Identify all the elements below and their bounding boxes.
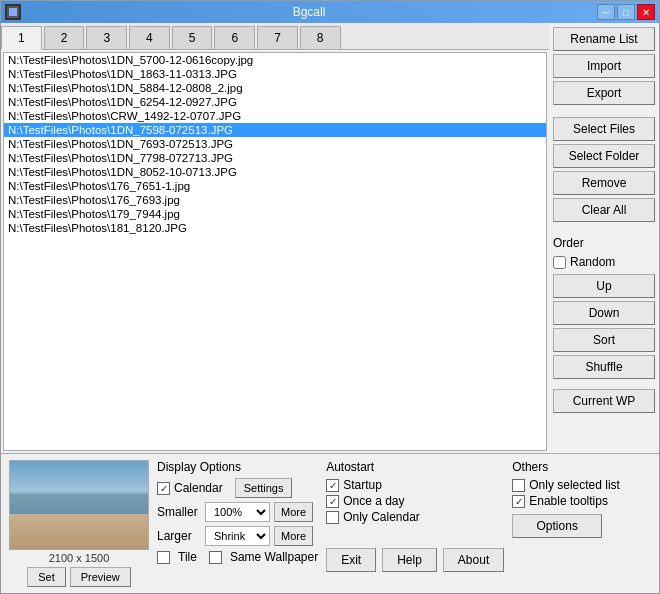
import-button[interactable]: Import — [553, 54, 655, 78]
tab-bar: 1 2 3 4 5 6 7 8 — [1, 23, 549, 50]
remove-button[interactable]: Remove — [553, 171, 655, 195]
tile-checkbox[interactable] — [157, 551, 170, 564]
down-button[interactable]: Down — [553, 301, 655, 325]
maximize-button[interactable]: □ — [617, 4, 635, 20]
file-item[interactable]: N:\TestFiles\Photos\181_8120.JPG — [4, 221, 546, 235]
display-options-title: Display Options — [157, 460, 318, 474]
only-calendar-row: Only Calendar — [326, 510, 504, 524]
only-selected-label: Only selected list — [529, 478, 620, 492]
tab-5[interactable]: 5 — [172, 26, 213, 49]
export-button[interactable]: Export — [553, 81, 655, 105]
only-calendar-checkbox[interactable] — [326, 511, 339, 524]
others-panel: Others Only selected list Enable tooltip… — [512, 460, 642, 538]
thumbnail-size: 2100 x 1500 — [49, 552, 110, 564]
smaller-more-button[interactable]: More — [274, 502, 313, 522]
tab-1[interactable]: 1 — [1, 26, 42, 50]
once-a-day-label: Once a day — [343, 494, 404, 508]
preview-button[interactable]: Preview — [70, 567, 131, 587]
app-icon — [5, 4, 21, 20]
options-button[interactable]: Options — [512, 514, 602, 538]
larger-label: Larger — [157, 529, 201, 543]
bottom-panel: 2100 x 1500 Set Preview Display Options … — [1, 453, 659, 593]
file-item[interactable]: N:\TestFiles\Photos\1DN_5884-12-0808_2.j… — [4, 81, 546, 95]
autostart-title: Autostart — [326, 460, 504, 474]
title-bar: Bgcall ─ □ ✕ — [1, 1, 659, 23]
same-wallpaper-label: Same Wallpaper — [230, 550, 318, 564]
file-item[interactable]: N:\TestFiles\Photos\CRW_1492-12-0707.JPG — [4, 109, 546, 123]
larger-select[interactable]: Shrink Stretch Fit — [205, 526, 270, 546]
calendar-label: Calendar — [174, 481, 223, 495]
tab-2[interactable]: 2 — [44, 26, 85, 49]
right-panel: Rename List Import Export Select Files S… — [549, 23, 659, 453]
file-item[interactable]: N:\TestFiles\Photos\1DN_6254-12-0927.JPG — [4, 95, 546, 109]
only-calendar-label: Only Calendar — [343, 510, 420, 524]
order-label: Order — [553, 236, 655, 250]
sort-button[interactable]: Sort — [553, 328, 655, 352]
tile-row: Tile Same Wallpaper — [157, 550, 318, 564]
tab-7[interactable]: 7 — [257, 26, 298, 49]
select-folder-button[interactable]: Select Folder — [553, 144, 655, 168]
file-item[interactable]: N:\TestFiles\Photos\1DN_8052-10-0713.JPG — [4, 165, 546, 179]
startup-checkbox[interactable] — [326, 479, 339, 492]
others-title: Others — [512, 460, 642, 474]
random-label: Random — [570, 255, 615, 269]
startup-label: Startup — [343, 478, 382, 492]
file-item[interactable]: N:\TestFiles\Photos\1DN_7598-072513.JPG — [4, 123, 546, 137]
enable-tooltips-checkbox[interactable] — [512, 495, 525, 508]
file-item[interactable]: N:\TestFiles\Photos\176_7693.jpg — [4, 193, 546, 207]
smaller-row: Smaller 100% 50% 75% 125% More — [157, 502, 318, 522]
larger-row: Larger Shrink Stretch Fit More — [157, 526, 318, 546]
file-item[interactable]: N:\TestFiles\Photos\1DN_7693-072513.JPG — [4, 137, 546, 151]
tab-3[interactable]: 3 — [86, 26, 127, 49]
thumbnail-buttons: Set Preview — [27, 567, 131, 587]
main-window: Bgcall ─ □ ✕ 1 2 3 4 5 6 7 8 N:\TestFile… — [0, 0, 660, 594]
minimize-button[interactable]: ─ — [597, 4, 615, 20]
autostart-panel: Autostart Startup Once a day Only Calend… — [326, 460, 504, 572]
display-options-panel: Display Options Calendar Settings Smalle… — [157, 460, 318, 564]
file-list[interactable]: N:\TestFiles\Photos\1DN_5700-12-0616copy… — [3, 52, 547, 451]
once-a-day-checkbox[interactable] — [326, 495, 339, 508]
only-selected-checkbox[interactable] — [512, 479, 525, 492]
close-button[interactable]: ✕ — [637, 4, 655, 20]
help-button[interactable]: Help — [382, 548, 437, 572]
set-button[interactable]: Set — [27, 567, 66, 587]
svg-rect-1 — [9, 8, 17, 16]
exit-button[interactable]: Exit — [326, 548, 376, 572]
about-button[interactable]: About — [443, 548, 504, 572]
window-title: Bgcall — [21, 5, 597, 19]
startup-row: Startup — [326, 478, 504, 492]
only-selected-row: Only selected list — [512, 478, 642, 492]
tab-6[interactable]: 6 — [214, 26, 255, 49]
tab-4[interactable]: 4 — [129, 26, 170, 49]
larger-more-button[interactable]: More — [274, 526, 313, 546]
select-files-button[interactable]: Select Files — [553, 117, 655, 141]
once-a-day-row: Once a day — [326, 494, 504, 508]
file-item[interactable]: N:\TestFiles\Photos\176_7651-1.jpg — [4, 179, 546, 193]
current-wp-button[interactable]: Current WP — [553, 389, 655, 413]
calendar-row: Calendar Settings — [157, 478, 318, 498]
file-item[interactable]: N:\TestFiles\Photos\1DN_5700-12-0616copy… — [4, 53, 546, 67]
same-wallpaper-checkbox[interactable] — [209, 551, 222, 564]
smaller-select[interactable]: 100% 50% 75% 125% — [205, 502, 270, 522]
clear-all-button[interactable]: Clear All — [553, 198, 655, 222]
file-item[interactable]: N:\TestFiles\Photos\1DN_7798-072713.JPG — [4, 151, 546, 165]
smaller-label: Smaller — [157, 505, 201, 519]
thumbnail-image — [9, 460, 149, 550]
calendar-checkbox[interactable] — [157, 482, 170, 495]
enable-tooltips-row: Enable tooltips — [512, 494, 642, 508]
title-controls: ─ □ ✕ — [597, 4, 655, 20]
tab-8[interactable]: 8 — [300, 26, 341, 49]
enable-tooltips-label: Enable tooltips — [529, 494, 608, 508]
thumbnail-area: 2100 x 1500 Set Preview — [9, 460, 149, 587]
file-item[interactable]: N:\TestFiles\Photos\1DN_1863-11-0313.JPG — [4, 67, 546, 81]
up-button[interactable]: Up — [553, 274, 655, 298]
random-row: Random — [553, 255, 655, 269]
shuffle-button[interactable]: Shuffle — [553, 355, 655, 379]
settings-button[interactable]: Settings — [235, 478, 293, 498]
file-item[interactable]: N:\TestFiles\Photos\179_7944.jpg — [4, 207, 546, 221]
random-checkbox[interactable] — [553, 256, 566, 269]
rename-list-button[interactable]: Rename List — [553, 27, 655, 51]
tile-label: Tile — [178, 550, 197, 564]
